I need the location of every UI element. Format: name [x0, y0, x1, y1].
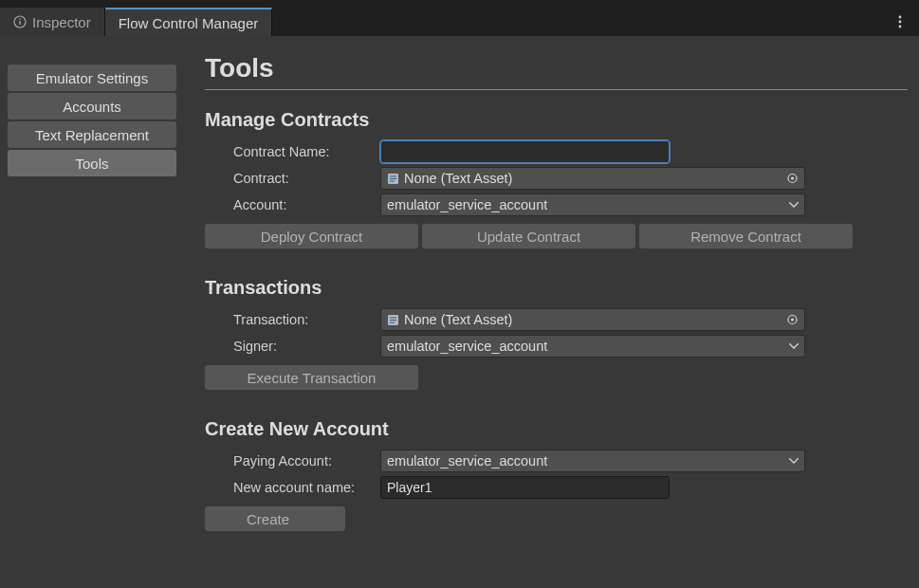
chevron-down-icon [789, 458, 799, 464]
new-account-name-input[interactable] [380, 476, 670, 499]
sidebar-item-accounts[interactable]: Accounts [8, 93, 176, 119]
svg-point-17 [791, 318, 794, 321]
object-picker-icon[interactable] [786, 314, 799, 326]
text-asset-icon [387, 314, 399, 326]
contract-value: None (Text Asset) [404, 171, 512, 186]
info-icon [13, 15, 27, 28]
sidebar-item-text-replacement[interactable]: Text Replacement [8, 121, 176, 148]
create-label: Create [247, 511, 289, 527]
svg-rect-15 [390, 322, 395, 322]
section-heading: Create New Account [205, 418, 908, 440]
new-account-name-label: New account name: [233, 480, 380, 495]
svg-rect-8 [390, 178, 396, 179]
section-create-account: Create New Account Paying Account: emula… [205, 418, 908, 531]
sidebar: Emulator Settings Accounts Text Replacem… [0, 36, 178, 588]
svg-rect-2 [19, 19, 20, 20]
transaction-label: Transaction: [233, 312, 380, 327]
contract-label: Contract: [233, 171, 380, 186]
transaction-object-field[interactable]: None (Text Asset) [380, 308, 805, 331]
svg-point-5 [899, 26, 902, 28]
sidebar-item-label: Accounts [63, 99, 121, 115]
sidebar-item-label: Text Replacement [35, 127, 149, 143]
signer-label: Signer: [233, 339, 380, 354]
section-transactions: Transactions Transaction: None (Text Ass… [205, 277, 908, 390]
paying-account-label: Paying Account: [233, 453, 380, 469]
svg-point-4 [899, 21, 902, 24]
chevron-down-icon [789, 202, 799, 208]
update-contract-button[interactable]: Update Contract [422, 224, 635, 248]
execute-label: Execute Transaction [248, 370, 377, 386]
svg-rect-9 [390, 180, 395, 181]
deploy-contract-button[interactable]: Deploy Contract [205, 224, 418, 248]
page-title: Tools [205, 53, 908, 90]
transaction-value: None (Text Asset) [404, 312, 512, 327]
execute-transaction-button[interactable]: Execute Transaction [205, 365, 418, 390]
account-label: Account: [233, 197, 380, 212]
tab-menu-kebab-icon[interactable] [889, 8, 911, 36]
sidebar-item-emulator-settings[interactable]: Emulator Settings [8, 64, 176, 91]
main-panel: Tools Manage Contracts Contract Name: Co… [178, 36, 919, 588]
signer-value: emulator_service_account [387, 339, 547, 354]
sidebar-item-tools[interactable]: Tools [8, 150, 176, 176]
remove-label: Remove Contract [690, 229, 801, 245]
remove-contract-button[interactable]: Remove Contract [639, 224, 853, 248]
create-button[interactable]: Create [205, 506, 345, 531]
section-heading: Transactions [205, 277, 908, 299]
signer-dropdown[interactable]: emulator_service_account [380, 335, 805, 358]
paying-account-value: emulator_service_account [387, 453, 547, 469]
section-heading: Manage Contracts [205, 109, 908, 131]
svg-rect-14 [390, 320, 396, 321]
account-dropdown[interactable]: emulator_service_account [380, 193, 805, 216]
contract-name-input[interactable] [380, 140, 670, 163]
tab-flow-label: Flow Control Manager [119, 15, 259, 31]
update-label: Update Contract [477, 229, 580, 245]
tab-inspector[interactable]: Inspector [0, 8, 105, 36]
svg-rect-1 [19, 21, 20, 25]
svg-point-11 [791, 176, 794, 179]
tab-flow-control-manager[interactable]: Flow Control Manager [105, 8, 273, 36]
section-manage-contracts: Manage Contracts Contract Name: Contract… [205, 109, 908, 248]
tab-bar: Inspector Flow Control Manager [0, 8, 919, 36]
paying-account-dropdown[interactable]: emulator_service_account [380, 450, 805, 472]
sidebar-item-label: Tools [75, 156, 108, 172]
deploy-label: Deploy Contract [261, 229, 363, 245]
text-asset-icon [387, 173, 399, 185]
tab-inspector-label: Inspector [32, 14, 91, 30]
object-picker-icon[interactable] [786, 173, 799, 185]
account-value: emulator_service_account [387, 197, 547, 212]
chevron-down-icon [789, 343, 799, 349]
svg-point-3 [899, 16, 902, 19]
contract-name-label: Contract Name: [233, 144, 380, 159]
sidebar-item-label: Emulator Settings [36, 70, 148, 86]
contract-object-field[interactable]: None (Text Asset) [380, 167, 805, 190]
window-top-edge [0, 0, 919, 8]
svg-rect-7 [390, 175, 396, 176]
svg-rect-13 [390, 317, 396, 318]
